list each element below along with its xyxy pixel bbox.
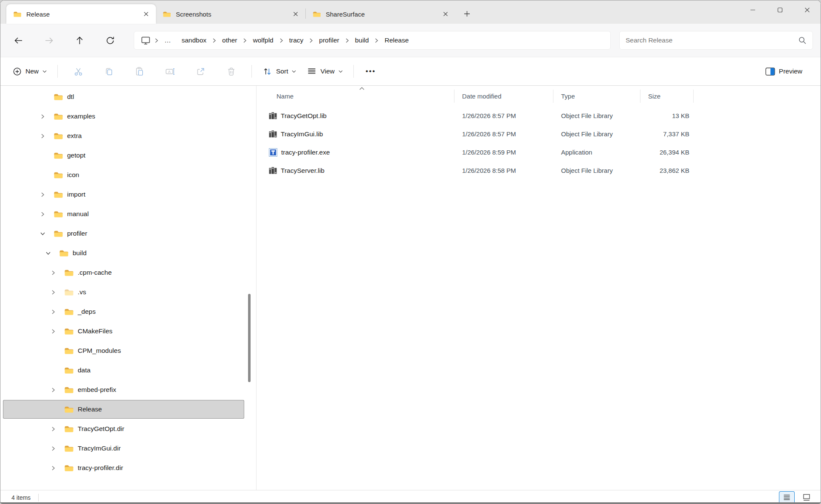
tree-item[interactable]: data xyxy=(3,361,244,380)
forward-button[interactable] xyxy=(39,32,58,49)
chevron-down-icon xyxy=(42,70,47,73)
maximize-button[interactable] xyxy=(766,0,793,20)
tree-item[interactable]: TracyGetOpt.dir xyxy=(3,420,244,438)
file-row[interactable]: tracy-profiler.exe 1/26/2026 8:59 PM App… xyxy=(257,143,821,161)
breadcrumb-overflow-button[interactable]: … xyxy=(159,37,177,44)
column-header-name[interactable]: Name xyxy=(269,86,454,107)
tree-item[interactable]: .cpm-cache xyxy=(3,263,244,282)
search-input[interactable] xyxy=(626,37,798,44)
cut-button[interactable] xyxy=(68,62,88,81)
breadcrumb-item[interactable]: profiler xyxy=(314,33,344,48)
up-arrow-icon xyxy=(75,36,85,45)
file-list-pane: Name Date modified Type Size TracyGetOpt… xyxy=(257,86,821,490)
tree-item[interactable]: manual xyxy=(3,205,244,223)
tree-chevron-icon[interactable] xyxy=(48,290,59,295)
more-options-button[interactable]: ••• xyxy=(359,67,383,76)
tree-chevron-icon[interactable] xyxy=(48,465,59,471)
tree-item[interactable]: Release xyxy=(3,400,244,419)
svg-text:A: A xyxy=(168,69,170,73)
new-tab-button[interactable] xyxy=(460,7,473,20)
tree-item[interactable]: import xyxy=(3,185,244,204)
explorer-tab[interactable]: ShareSurface xyxy=(306,4,455,24)
tree-chevron-icon[interactable] xyxy=(37,211,48,217)
tree-item[interactable]: icon xyxy=(3,166,244,184)
close-icon xyxy=(804,7,810,13)
column-header-size[interactable]: Size xyxy=(640,86,694,107)
breadcrumb-item[interactable]: wolfpld xyxy=(248,33,278,48)
breadcrumb-item[interactable]: Release xyxy=(379,33,414,48)
tree-item[interactable]: _deps xyxy=(3,302,244,321)
file-size: 26,394 KB xyxy=(640,149,694,156)
search-box[interactable] xyxy=(619,31,813,50)
delete-button[interactable] xyxy=(221,62,241,81)
minimize-button[interactable] xyxy=(739,0,766,20)
tab-close-button[interactable] xyxy=(140,8,152,20)
tree-item[interactable]: embed-prefix xyxy=(3,380,244,399)
tree-item[interactable]: profiler xyxy=(3,224,244,243)
column-header-type[interactable]: Type xyxy=(553,86,640,107)
tab-close-button[interactable] xyxy=(440,8,451,20)
search-icon[interactable] xyxy=(798,36,807,45)
explorer-tab[interactable]: Release xyxy=(6,4,156,24)
tree-chevron-icon[interactable] xyxy=(48,387,59,393)
copy-button[interactable] xyxy=(99,62,119,81)
close-window-button[interactable] xyxy=(793,0,821,20)
tree-item[interactable]: TracyImGui.dir xyxy=(3,439,244,458)
rename-button[interactable]: A xyxy=(160,62,180,81)
view-button[interactable]: View xyxy=(302,62,348,81)
details-view-button[interactable] xyxy=(779,491,795,504)
tree-chevron-icon[interactable] xyxy=(48,270,59,276)
tab-close-button[interactable] xyxy=(290,8,301,20)
tree-item[interactable]: examples xyxy=(3,107,244,126)
up-button[interactable] xyxy=(70,32,89,49)
sort-button[interactable]: Sort xyxy=(257,62,302,81)
copy-icon xyxy=(104,67,114,76)
address-bar[interactable]: … sandbox other wolfpld tracy profiler b… xyxy=(134,31,611,50)
tree-chevron-icon[interactable] xyxy=(37,133,48,139)
folder-icon xyxy=(64,366,74,374)
tree-item[interactable]: extra xyxy=(3,127,244,145)
preview-button-label: Preview xyxy=(779,68,802,75)
tree-chevron-icon[interactable] xyxy=(48,446,59,451)
tree-item[interactable]: dtl xyxy=(3,87,244,106)
tree-item[interactable]: tracy-profiler.dir xyxy=(3,459,244,477)
icons-view-button[interactable] xyxy=(798,491,814,504)
tree-chevron-icon[interactable] xyxy=(42,251,54,256)
column-header-date-modified[interactable]: Date modified xyxy=(454,86,553,107)
folder-icon xyxy=(64,327,74,335)
breadcrumb-item[interactable]: build xyxy=(350,33,374,48)
tree-item[interactable]: getopt xyxy=(3,146,244,165)
file-row[interactable]: TracyServer.lib 1/26/2026 8:58 PM Object… xyxy=(257,161,821,180)
folder-tree: dtl examples extra getopt xyxy=(0,87,256,477)
new-button[interactable]: New xyxy=(7,62,52,81)
this-pc-icon[interactable] xyxy=(138,36,154,45)
breadcrumb-item[interactable]: other xyxy=(217,33,242,48)
sort-ascending-icon xyxy=(359,87,364,90)
breadcrumb-item[interactable]: tracy xyxy=(284,33,309,48)
tree-item[interactable]: CPM_modules xyxy=(3,341,244,360)
tree-chevron-icon[interactable] xyxy=(48,309,59,315)
new-plus-icon xyxy=(13,67,22,76)
refresh-button[interactable] xyxy=(101,32,119,49)
tree-chevron-icon[interactable] xyxy=(48,329,59,334)
tree-chevron-icon[interactable] xyxy=(48,426,59,432)
share-button[interactable] xyxy=(190,62,211,81)
file-row[interactable]: TracyImGui.lib 1/26/2026 8:57 PM Object … xyxy=(257,125,821,143)
tree-item[interactable]: .vs xyxy=(3,283,244,301)
preview-button[interactable]: Preview xyxy=(760,62,808,81)
explorer-tab[interactable]: Screenshots xyxy=(156,4,305,24)
tree-chevron-icon[interactable] xyxy=(37,231,48,237)
paste-button[interactable] xyxy=(129,62,150,81)
tree-item[interactable]: build xyxy=(3,244,244,262)
back-button[interactable] xyxy=(9,32,28,49)
tree-chevron-icon[interactable] xyxy=(37,114,48,119)
sidebar-scrollbar-thumb[interactable] xyxy=(248,294,251,382)
file-row[interactable]: TracyGetOpt.lib 1/26/2026 8:57 PM Object… xyxy=(257,107,821,125)
tree-item-label: icon xyxy=(67,171,79,179)
breadcrumb-chevron-icon xyxy=(374,38,379,43)
tree-item[interactable]: CMakeFiles xyxy=(3,322,244,341)
tree-chevron-icon[interactable] xyxy=(37,192,48,197)
tree-item-label: TracyImGui.dir xyxy=(78,445,121,452)
breadcrumb-item[interactable]: sandbox xyxy=(177,33,212,48)
toolbar-divider xyxy=(251,65,252,78)
